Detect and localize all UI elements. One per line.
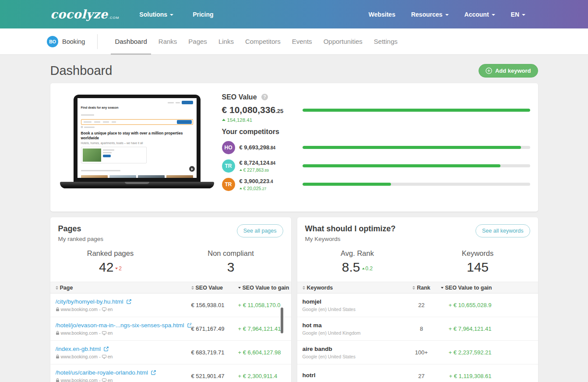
external-link-icon[interactable]	[151, 370, 156, 375]
nav-solutions[interactable]: Solutions	[139, 11, 173, 18]
column-header-keywords[interactable]: Keywords	[297, 285, 402, 291]
seo-gain-cell: + € 2,300,911.4	[238, 373, 291, 379]
arrow-down-icon	[115, 268, 118, 269]
divider	[97, 34, 98, 49]
nav-language[interactable]: EN	[511, 11, 525, 18]
table-row: hotrl 27 + € 1,119,308.61	[297, 364, 538, 382]
arrow-up-icon	[239, 187, 242, 189]
laptop-screen: Find deals for any season Book a unique …	[74, 95, 201, 182]
monitor-icon	[102, 378, 106, 382]
external-link-icon[interactable]	[103, 346, 109, 352]
page-link[interactable]: /hotel/us/caribe-royale-orlando.html	[56, 369, 148, 376]
seo-gain-cell: + € 11,058,170.0	[238, 302, 291, 308]
keywords-table-header: Keywords Rank SEO Value to gain	[297, 282, 538, 294]
external-link-icon[interactable]	[126, 299, 132, 304]
rank-cell: 22	[402, 302, 441, 308]
mock-image	[83, 149, 101, 162]
lock-icon	[56, 331, 60, 335]
keyword-name[interactable]: hotrl	[303, 372, 402, 378]
column-header-page[interactable]: Page	[50, 285, 191, 291]
stat-delta: 2	[115, 265, 122, 272]
tab-links[interactable]: Links	[213, 28, 239, 55]
column-header-seo-value[interactable]: SEO Value	[191, 285, 238, 291]
cocolyze-logo[interactable]: cocolyze .COM	[50, 7, 120, 21]
project-selector[interactable]: BO Booking	[47, 36, 85, 47]
column-header-seo-value-to-gain[interactable]: SEO Value to gain	[441, 285, 538, 291]
mock-search-bar	[81, 119, 193, 125]
monitor-icon	[102, 355, 106, 359]
competitor-delta: € 20,025.27	[239, 186, 273, 191]
tab-pages[interactable]: Pages	[183, 28, 213, 55]
see-all-keywords-button[interactable]: See all keywords	[475, 224, 530, 237]
external-link-icon[interactable]	[187, 322, 191, 328]
separator: -	[99, 330, 101, 336]
tab-opportunities[interactable]: Opportunities	[318, 28, 368, 55]
page-link[interactable]: /index.en-gb.html	[56, 346, 101, 352]
chevron-down-icon	[170, 14, 173, 16]
nav-account[interactable]: Account	[465, 11, 495, 18]
rank-cell: 27	[402, 373, 441, 379]
seo-value-cell: € 683,719.71	[191, 349, 238, 356]
competitor-value: € 8,724,124.84	[239, 159, 276, 166]
keyword-name[interactable]: hot ma	[303, 322, 402, 329]
page-meta: www.booking.com - en	[56, 354, 191, 359]
laptop-preview: Find deals for any season Book a unique …	[56, 93, 218, 202]
see-all-pages-button[interactable]: See all pages	[237, 224, 283, 237]
keywords-card-title: What should I optimize?	[305, 224, 396, 233]
separator: -	[99, 354, 101, 359]
page-meta: www.booking.com - en	[56, 378, 191, 382]
seo-gain-cell: + € 1,119,308.61	[441, 373, 538, 379]
table-row: homjel Google (en) United States 22 + € …	[297, 294, 538, 317]
competitors-title: Your competitors	[222, 128, 530, 136]
sort-desc-icon	[441, 287, 444, 289]
tab-ranks[interactable]: Ranks	[153, 28, 183, 55]
tab-dashboard[interactable]: Dashboard	[109, 28, 152, 55]
pages-card: Pages My ranked pages See all pages Rank…	[50, 217, 291, 382]
pages-card-title: Pages	[58, 224, 104, 233]
sort-desc-icon	[238, 287, 241, 289]
page-link[interactable]: /hotel/jo/evason-ma-in-...ngs-six-senses…	[56, 322, 184, 329]
table-row: aire bandb Google (en) United States 100…	[297, 341, 538, 364]
monitor-icon	[102, 331, 106, 335]
table-scrollbar[interactable]	[281, 308, 283, 333]
lock-icon	[56, 307, 60, 311]
add-keyword-button[interactable]: Add keyword	[479, 64, 538, 78]
seo-value-delta: 154,128.41	[222, 117, 303, 123]
competitor-bar	[303, 164, 530, 167]
column-header-rank[interactable]: Rank	[402, 285, 441, 291]
competitor-row: TR € 8,724,124.84 € 227,863.89	[222, 159, 530, 173]
top-navbar: cocolyze .COM Solutions Pricing Websites…	[0, 0, 588, 28]
seo-gain-cell: + € 7,964,121.41	[441, 325, 538, 332]
keyword-name[interactable]: aire bandb	[303, 346, 402, 352]
page-header: Dashboard Add keyword	[50, 55, 538, 78]
rank-cell: 100+	[402, 349, 441, 356]
seo-gain-cell: + € 2,237,592.21	[441, 349, 538, 356]
lock-icon	[56, 378, 60, 382]
mock-headline: Find deals for any season	[81, 106, 193, 110]
seo-gain-cell: + € 6,604,127.98	[238, 349, 291, 356]
column-header-seo-value-to-gain[interactable]: SEO Value to gain	[238, 285, 291, 291]
page-title: Dashboard	[50, 64, 113, 78]
nav-websites[interactable]: Websites	[369, 11, 395, 18]
stat-non-compliant: Non compliant 3	[171, 249, 291, 275]
competitor-avatar: TR	[222, 159, 235, 173]
tab-events[interactable]: Events	[286, 28, 318, 55]
chevron-down-icon	[445, 14, 449, 16]
table-row: /city/by/homyel-by.hu.html www.booking.c…	[50, 294, 291, 317]
page-link[interactable]: /city/by/homyel-by.hu.html	[56, 298, 123, 305]
nav-pricing[interactable]: Pricing	[193, 11, 213, 18]
nav-resources[interactable]: Resources	[411, 11, 449, 18]
project-name: Booking	[62, 38, 85, 45]
mock-property-thumbnails	[81, 175, 193, 178]
keywords-card-subtitle: My Keywords	[305, 236, 396, 242]
seo-value-cell: € 671,167.49	[191, 325, 238, 332]
keyword-name[interactable]: homjel	[303, 298, 402, 305]
help-icon[interactable]: ?	[261, 94, 268, 100]
website-mockup: Find deals for any season Book a unique …	[77, 98, 197, 178]
tab-competitors[interactable]: Competitors	[239, 28, 286, 55]
tab-settings[interactable]: Settings	[368, 28, 403, 55]
logo-tld: .COM	[108, 16, 119, 20]
competitor-bar	[303, 183, 530, 186]
page-meta: www.booking.com - en	[56, 330, 191, 336]
project-navbar: BO Booking Dashboard Ranks Pages Links C…	[0, 28, 588, 55]
